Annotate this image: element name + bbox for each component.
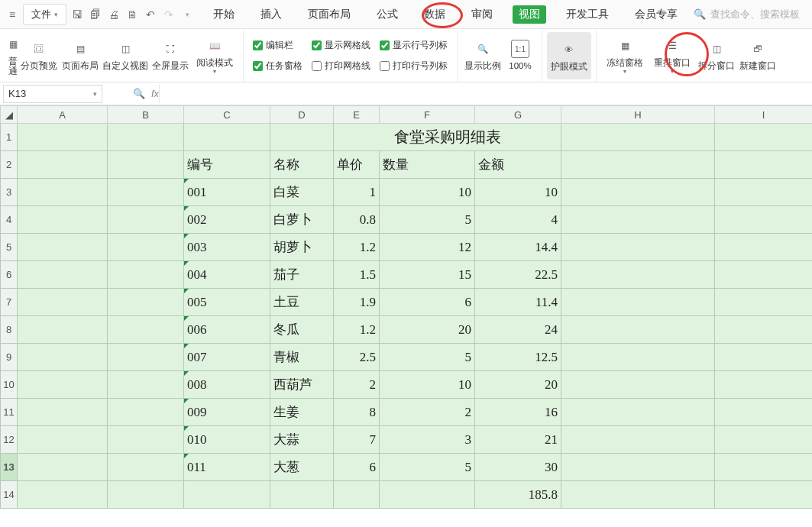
- cell[interactable]: [715, 289, 813, 316]
- cell[interactable]: [715, 179, 813, 206]
- cell-amount[interactable]: 20: [475, 371, 561, 399]
- cell-qty[interactable]: 12: [380, 234, 475, 261]
- cell[interactable]: [561, 481, 715, 509]
- cell[interactable]: [184, 124, 270, 151]
- save-as-icon[interactable]: 🗐: [88, 7, 103, 22]
- cell-id[interactable]: 006: [184, 316, 270, 344]
- cell[interactable]: [108, 426, 184, 454]
- cell-amount[interactable]: 10: [475, 179, 561, 206]
- cell-price[interactable]: 1.2: [334, 316, 380, 344]
- cell[interactable]: [715, 344, 813, 371]
- cell-name[interactable]: 大蒜: [270, 426, 334, 454]
- row-header[interactable]: 9: [1, 344, 18, 371]
- cell[interactable]: [18, 289, 108, 316]
- cell[interactable]: [561, 426, 715, 454]
- cell[interactable]: [108, 206, 184, 234]
- cell[interactable]: [561, 344, 715, 371]
- col-header-C[interactable]: C: [184, 106, 270, 124]
- cell-price[interactable]: 7: [334, 426, 380, 454]
- row-header[interactable]: 2: [1, 151, 18, 179]
- cell[interactable]: [715, 124, 813, 151]
- cell[interactable]: [108, 289, 184, 316]
- row-header[interactable]: 1: [1, 124, 18, 151]
- cell[interactable]: [18, 371, 108, 399]
- cell-price[interactable]: 1.9: [334, 289, 380, 316]
- cell-price[interactable]: 1.2: [334, 234, 380, 261]
- print-rowcol-check[interactable]: [380, 61, 390, 71]
- normal-view-button[interactable]: ▦ 普通: [8, 32, 18, 79]
- cell-price[interactable]: 8: [334, 399, 380, 426]
- formula-input[interactable]: [159, 85, 812, 103]
- show-rowcol-check[interactable]: [380, 40, 390, 50]
- read-mode-button[interactable]: 📖 阅读模式 ▼: [191, 32, 238, 79]
- print-rowcol-checkbox[interactable]: 打印行号列标: [380, 60, 448, 73]
- split-window-button[interactable]: ◫ 拆分窗口: [696, 32, 737, 79]
- cell-amount[interactable]: 21: [475, 426, 561, 454]
- cell-price[interactable]: 6: [334, 454, 380, 481]
- save-icon[interactable]: 🖫: [70, 7, 85, 22]
- cell[interactable]: [715, 426, 813, 454]
- row-header[interactable]: 11: [1, 399, 18, 426]
- cell-qty[interactable]: 3: [380, 426, 475, 454]
- page-break-preview-button[interactable]: ⿴ 分页预览: [18, 32, 60, 79]
- cell[interactable]: [561, 261, 715, 289]
- col-header-E[interactable]: E: [334, 106, 380, 124]
- cell[interactable]: [561, 371, 715, 399]
- cell-name[interactable]: 土豆: [270, 289, 334, 316]
- print-preview-icon[interactable]: 🗎: [125, 7, 140, 22]
- cell[interactable]: [18, 344, 108, 371]
- cell[interactable]: [561, 289, 715, 316]
- cell[interactable]: [270, 481, 334, 509]
- cell[interactable]: [18, 481, 108, 509]
- cell[interactable]: [380, 481, 475, 509]
- cell-amount[interactable]: 24: [475, 316, 561, 344]
- show-gridlines-check[interactable]: [312, 40, 322, 50]
- customize-icon[interactable]: ▾: [180, 7, 195, 22]
- cell[interactable]: [715, 261, 813, 289]
- cell-name[interactable]: 白菜: [270, 179, 334, 206]
- cell-id[interactable]: 011: [184, 454, 270, 481]
- show-rowcol-checkbox[interactable]: 显示行号列标: [380, 39, 448, 52]
- fx-icon[interactable]: fx: [151, 88, 159, 99]
- row-header[interactable]: 4: [1, 206, 18, 234]
- cell[interactable]: [18, 206, 108, 234]
- cell[interactable]: [108, 151, 184, 179]
- row-header[interactable]: 6: [1, 261, 18, 289]
- cell[interactable]: [561, 399, 715, 426]
- row-header[interactable]: 3: [1, 179, 18, 206]
- cell-qty[interactable]: 10: [380, 371, 475, 399]
- task-pane-checkbox[interactable]: 任务窗格: [253, 60, 302, 73]
- cell-name[interactable]: 青椒: [270, 344, 334, 371]
- cell[interactable]: [108, 481, 184, 509]
- cell-id[interactable]: 008: [184, 371, 270, 399]
- tab-data[interactable]: 数据: [418, 5, 451, 24]
- cell-id[interactable]: 004: [184, 261, 270, 289]
- cell[interactable]: [108, 124, 184, 151]
- cell[interactable]: [108, 316, 184, 344]
- header-price[interactable]: 单价: [334, 151, 380, 179]
- tab-insert[interactable]: 插入: [254, 5, 288, 24]
- name-box[interactable]: K13 ▾: [3, 85, 102, 103]
- print-gridlines-checkbox[interactable]: 打印网格线: [312, 60, 370, 73]
- cell[interactable]: [108, 344, 184, 371]
- row-header[interactable]: 10: [1, 371, 18, 399]
- tab-view[interactable]: 视图: [513, 5, 546, 24]
- freeze-panes-button[interactable]: ▦ 冻结窗格 ▼: [601, 32, 649, 79]
- cell-id[interactable]: 009: [184, 399, 270, 426]
- cell[interactable]: [18, 261, 108, 289]
- col-header-A[interactable]: A: [18, 106, 108, 124]
- cell[interactable]: [18, 124, 108, 151]
- cell[interactable]: [18, 316, 108, 344]
- cell[interactable]: [18, 234, 108, 261]
- cell[interactable]: [108, 179, 184, 206]
- header-name[interactable]: 名称: [270, 151, 334, 179]
- cell-name[interactable]: 冬瓜: [270, 316, 334, 344]
- cell[interactable]: [715, 206, 813, 234]
- cell-qty[interactable]: 15: [380, 261, 475, 289]
- spreadsheet-grid[interactable]: ◢ A B C D E F G H I 1 食堂采购明细表 2 编号 名称 单价…: [0, 105, 812, 509]
- cell-amount[interactable]: 16: [475, 399, 561, 426]
- header-amount[interactable]: 金额: [475, 151, 561, 179]
- cell[interactable]: [561, 151, 715, 179]
- redo-icon[interactable]: ↷: [161, 7, 176, 22]
- cell-id[interactable]: 005: [184, 289, 270, 316]
